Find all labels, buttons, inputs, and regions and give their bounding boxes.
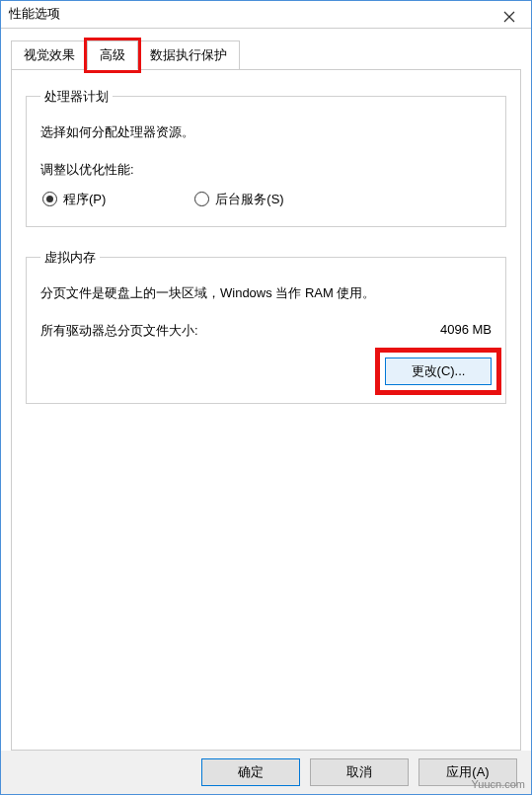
cancel-button[interactable]: 取消 [310,758,409,786]
tab-dep[interactable]: 数据执行保护 [137,40,240,70]
titlebar: 性能选项 [1,1,531,29]
radio-programs[interactable]: 程序(P) [42,191,106,208]
close-icon [503,11,515,23]
vm-total-value: 4096 MB [440,322,492,340]
radio-icon-checked [42,192,57,206]
close-button[interactable] [487,1,531,32]
vm-legend: 虚拟内存 [40,249,100,267]
virtual-memory-group: 虚拟内存 分页文件是硬盘上的一块区域，Windows 当作 RAM 使用。 所有… [26,249,506,404]
performance-options-dialog: 性能选项 视觉效果 高级 数据执行保护 处理器计划 选择如何分配处理器资源。 调… [0,0,532,795]
adjust-label: 调整以优化性能: [40,161,492,179]
vm-total-row: 所有驱动器总分页文件大小: 4096 MB [40,322,492,340]
processor-legend: 处理器计划 [40,88,113,106]
change-button[interactable]: 更改(C)... [385,358,492,385]
radio-background-services[interactable]: 后台服务(S) [194,191,283,208]
tab-visual-effects[interactable]: 视觉效果 [11,40,88,70]
window-title: 性能选项 [9,5,60,23]
dialog-footer: 确定 取消 应用(A) Yuucn.com [1,751,531,794]
radio-services-label: 后台服务(S) [215,191,283,208]
tab-strip: 视觉效果 高级 数据执行保护 [11,40,521,70]
advanced-panel: 处理器计划 选择如何分配处理器资源。 调整以优化性能: 程序(P) 后台服务(S… [11,69,521,751]
content-area: 视觉效果 高级 数据执行保护 处理器计划 选择如何分配处理器资源。 调整以优化性… [1,29,531,751]
radio-programs-label: 程序(P) [63,191,106,208]
apply-button[interactable]: 应用(A) [418,758,517,786]
processor-desc: 选择如何分配处理器资源。 [40,123,492,141]
processor-scheduling-group: 处理器计划 选择如何分配处理器资源。 调整以优化性能: 程序(P) 后台服务(S… [26,88,506,227]
vm-total-label: 所有驱动器总分页文件大小: [40,322,198,340]
radio-row: 程序(P) 后台服务(S) [40,191,492,208]
tab-advanced-label: 高级 [100,47,125,62]
ok-button[interactable]: 确定 [201,758,300,786]
vm-desc: 分页文件是硬盘上的一块区域，Windows 当作 RAM 使用。 [40,284,492,302]
vm-button-row: 更改(C)... [40,358,492,385]
radio-icon-unchecked [194,192,209,206]
tab-advanced[interactable]: 高级 [87,40,138,70]
